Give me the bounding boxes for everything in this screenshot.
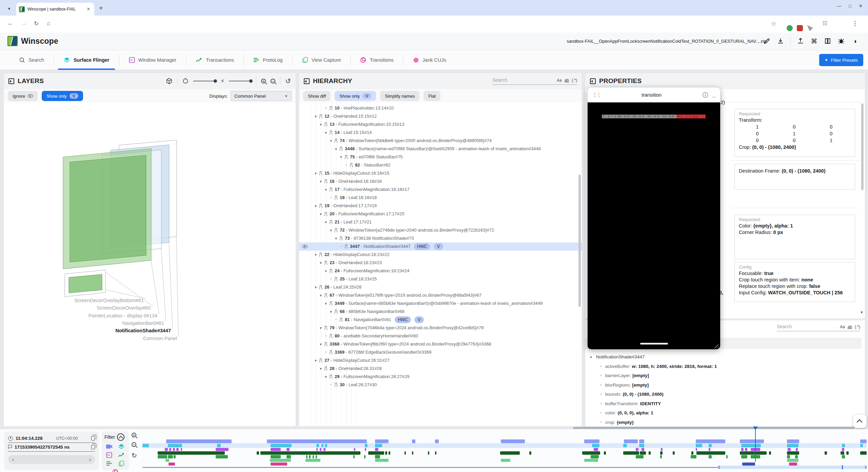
reload-icon[interactable]: ↻ <box>34 20 39 27</box>
hierarchy-node[interactable]: •3369 - 67726bf EdgeBackGestureHandler0#… <box>299 348 582 356</box>
pin-icon[interactable] <box>334 310 338 314</box>
surface-flinger-block[interactable] <box>592 444 599 447</box>
reset-view-icon[interactable]: ↺ <box>285 77 291 85</box>
window-manager-block[interactable] <box>354 448 355 451</box>
protolog-block[interactable] <box>660 455 662 458</box>
transactions-block[interactable] <box>640 451 646 455</box>
window-manager-block[interactable] <box>636 448 639 451</box>
info-icon[interactable]: ⓘ <box>703 91 708 99</box>
protolog-block[interactable] <box>364 455 366 458</box>
pin-icon[interactable] <box>344 244 349 249</box>
screen-recording-block[interactable] <box>166 439 231 443</box>
window-manager-block[interactable] <box>696 448 697 451</box>
match-tool[interactable]: Aa <box>557 78 562 83</box>
transactions-block[interactable] <box>158 451 225 455</box>
spacing-icon[interactable]: ⚡︎ <box>220 78 224 85</box>
window-manager-block[interactable] <box>661 448 662 451</box>
hierarchy-node[interactable]: ▾79 - WindowToken{7046b4a type=2024 andr… <box>299 324 582 332</box>
surface-flinger-block[interactable] <box>623 444 627 447</box>
view-capture-block[interactable] <box>787 459 798 462</box>
surface-flinger-block[interactable] <box>168 444 182 447</box>
pin-icon[interactable] <box>323 122 328 127</box>
edit-icon[interactable] <box>763 38 771 45</box>
hierarchy-node[interactable]: •10 - ImePlaceholder:13:14#10 <box>299 104 582 112</box>
hierarchy-node[interactable]: ▾19 - OneHanded:17:17#19 <box>299 202 582 210</box>
ns-time-field[interactable]: 1715339054227572545 ns <box>8 443 95 452</box>
minimize-window-icon[interactable]: — <box>837 3 841 8</box>
window-manager-block[interactable] <box>320 448 321 451</box>
property-tree-item[interactable]: •blurRegions:[empty] <box>590 381 862 389</box>
minimize-icon[interactable]: _ <box>712 92 715 98</box>
transactions-block[interactable] <box>860 451 867 455</box>
protolog-block[interactable] <box>287 455 291 458</box>
timeline-canvas[interactable] <box>142 431 867 469</box>
pin-icon[interactable] <box>329 375 333 379</box>
hierarchy-scrollbar[interactable] <box>578 175 581 307</box>
hierarchy-show-diff-chip[interactable]: Show diff <box>303 91 331 101</box>
property-tree-item[interactable]: •activeBuffer:w: 1080, h: 2400, stride: … <box>590 362 862 371</box>
bug-report-icon[interactable] <box>837 38 845 45</box>
layer-label[interactable]: NavigationBar0#81 <box>122 320 164 326</box>
expand-arrow-icon[interactable]: ▾ <box>323 373 329 381</box>
window-manager-block[interactable] <box>741 448 743 451</box>
window-manager-toggle-icon[interactable] <box>105 452 113 458</box>
transactions-block[interactable] <box>825 451 827 455</box>
pin-icon[interactable] <box>329 106 333 111</box>
transactions-block[interactable] <box>389 451 390 455</box>
pin-icon[interactable] <box>329 269 333 273</box>
layer-label[interactable]: Common Panel <box>143 336 177 341</box>
transactions-block[interactable] <box>696 451 725 455</box>
transitions-block[interactable] <box>271 463 287 466</box>
tab-search-chevron-icon[interactable]: ▾ <box>5 5 14 14</box>
new-tab-button[interactable]: + <box>99 5 103 12</box>
upload-icon[interactable] <box>797 38 804 45</box>
transactions-block[interactable] <box>841 451 844 455</box>
hierarchy-node[interactable]: •30 - Leaf:26:27#30 <box>299 381 582 389</box>
pin-icon[interactable] <box>323 367 328 371</box>
view-capture-block[interactable] <box>509 459 510 462</box>
back-icon[interactable]: ← <box>7 20 13 27</box>
properties-search-input[interactable]: Search Aaab(.*) <box>777 324 860 331</box>
match-tool[interactable]: ab <box>848 324 852 329</box>
expand-arrow-icon[interactable]: ▾ <box>323 267 329 275</box>
window-manager-block[interactable] <box>375 448 379 451</box>
expand-arrow-icon[interactable]: ▾ <box>333 145 339 153</box>
view-capture-block[interactable] <box>270 459 291 462</box>
transactions-block[interactable] <box>582 451 600 455</box>
dark-mode-icon[interactable]: ◑ <box>851 38 859 45</box>
collapse-filter-icon[interactable] <box>117 433 124 441</box>
pin-icon[interactable] <box>329 131 333 135</box>
screen-recording-block[interactable] <box>624 439 638 443</box>
hierarchy-show-only-chip[interactable]: Show onlyV <box>335 91 376 101</box>
hierarchy-node[interactable]: •82 - StatusBar#82 <box>299 161 582 169</box>
screen-recording-block[interactable] <box>584 439 599 443</box>
bookmark-star-icon[interactable]: ☆ <box>771 20 776 27</box>
horizontal-scrollbar[interactable] <box>573 427 854 429</box>
hierarchy-search-input[interactable]: Search Aaab(.*) <box>492 77 577 85</box>
hierarchy-node[interactable]: ▾24 - FullscreenMagnification:18:23#24 <box>299 267 582 275</box>
zoom-out-icon[interactable]: – <box>271 79 275 83</box>
screen-recording-block[interactable] <box>501 439 525 443</box>
surface-flinger-block[interactable] <box>217 444 221 447</box>
pin-icon[interactable] <box>318 171 323 176</box>
rotation-icon[interactable] <box>182 78 189 84</box>
window-manager-block[interactable] <box>642 448 645 451</box>
transactions-block[interactable] <box>257 451 259 455</box>
pin-icon[interactable] <box>329 350 333 355</box>
hierarchy-node[interactable]: ▾74 - WindowToken{fdddbe6 type=2000 andr… <box>299 137 582 145</box>
transactions-block[interactable] <box>604 451 606 455</box>
protolog-block[interactable] <box>313 455 314 458</box>
zoom-in-icon[interactable]: + <box>261 79 266 83</box>
transactions-block[interactable] <box>405 451 406 455</box>
window-manager-block[interactable] <box>842 448 844 451</box>
surface-flinger-block[interactable] <box>142 444 149 447</box>
pin-icon[interactable] <box>323 261 328 265</box>
layers-3d-view[interactable]: ScreenDecorOverlayBottom#61ScreenDecorOv… <box>4 103 296 426</box>
protolog-block[interactable] <box>375 455 380 458</box>
pin-icon[interactable] <box>323 326 328 330</box>
pin-icon[interactable] <box>318 358 323 363</box>
layer-label[interactable]: ScreenDecorOverlay#60 <box>97 305 151 311</box>
close-window-icon[interactable]: ✕ <box>859 3 863 8</box>
expand-arrow-icon[interactable]: ▾ <box>328 137 334 145</box>
pin-icon[interactable] <box>323 212 328 216</box>
